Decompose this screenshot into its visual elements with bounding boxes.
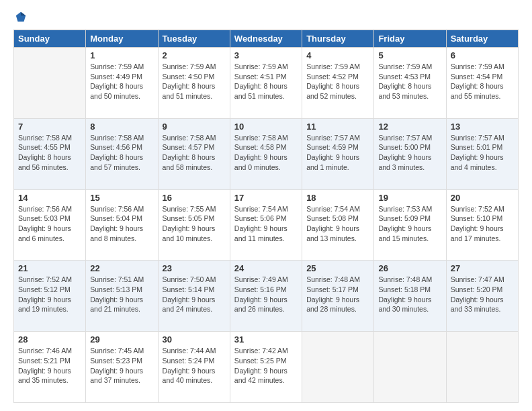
calendar-cell: 7Sunrise: 7:58 AMSunset: 4:55 PMDaylight… (14, 118, 86, 189)
day-number: 2 (163, 50, 226, 60)
calendar-cell: 20Sunrise: 7:52 AMSunset: 5:10 PMDayligh… (446, 189, 518, 261)
day-number: 22 (90, 263, 153, 273)
day-header-thursday: Thursday (302, 30, 374, 48)
day-number: 6 (451, 50, 514, 60)
cell-info: Sunrise: 7:59 AMSunset: 4:52 PMDaylight:… (306, 62, 369, 101)
day-number: 21 (18, 263, 81, 273)
calendar-cell: 2Sunrise: 7:59 AMSunset: 4:50 PMDaylight… (158, 48, 230, 119)
day-number: 30 (163, 334, 226, 345)
cell-info: Sunrise: 7:59 AMSunset: 4:54 PMDaylight:… (451, 62, 514, 101)
calendar-cell: 16Sunrise: 7:55 AMSunset: 5:05 PMDayligh… (158, 189, 230, 261)
cell-info: Sunrise: 7:58 AMSunset: 4:55 PMDaylight:… (18, 133, 81, 173)
cell-info: Sunrise: 7:58 AMSunset: 4:58 PMDaylight:… (234, 133, 298, 173)
calendar-cell (374, 332, 446, 403)
day-number: 8 (90, 122, 153, 132)
day-number: 10 (234, 122, 298, 132)
day-number: 15 (90, 193, 153, 203)
day-number: 25 (306, 263, 369, 273)
calendar-cell: 24Sunrise: 7:49 AMSunset: 5:16 PMDayligh… (230, 261, 302, 332)
calendar-cell: 5Sunrise: 7:59 AMSunset: 4:53 PMDaylight… (374, 48, 446, 119)
cell-info: Sunrise: 7:59 AMSunset: 4:51 PMDaylight:… (234, 62, 298, 101)
calendar-cell: 17Sunrise: 7:54 AMSunset: 5:06 PMDayligh… (230, 189, 302, 261)
calendar-cell: 11Sunrise: 7:57 AMSunset: 4:59 PMDayligh… (302, 118, 374, 189)
cell-info: Sunrise: 7:54 AMSunset: 5:08 PMDaylight:… (306, 204, 369, 244)
day-number: 17 (234, 193, 298, 203)
cell-info: Sunrise: 7:48 AMSunset: 5:18 PMDaylight:… (378, 275, 441, 314)
cell-info: Sunrise: 7:42 AMSunset: 5:25 PMDaylight:… (234, 346, 298, 385)
header (13, 11, 519, 23)
calendar-cell: 8Sunrise: 7:58 AMSunset: 4:56 PMDaylight… (86, 118, 158, 189)
cell-info: Sunrise: 7:46 AMSunset: 5:21 PMDaylight:… (18, 346, 81, 385)
day-header-tuesday: Tuesday (158, 30, 230, 48)
calendar-cell: 6Sunrise: 7:59 AMSunset: 4:54 PMDaylight… (446, 48, 518, 119)
cell-info: Sunrise: 7:44 AMSunset: 5:24 PMDaylight:… (163, 346, 226, 385)
day-number: 12 (378, 122, 441, 132)
cell-info: Sunrise: 7:52 AMSunset: 5:10 PMDaylight:… (451, 204, 514, 244)
cell-info: Sunrise: 7:59 AMSunset: 4:50 PMDaylight:… (163, 62, 226, 101)
day-number: 11 (306, 122, 369, 132)
day-number: 26 (378, 263, 441, 273)
day-number: 24 (234, 263, 298, 273)
cell-info: Sunrise: 7:50 AMSunset: 5:14 PMDaylight:… (163, 275, 226, 314)
calendar-cell: 4Sunrise: 7:59 AMSunset: 4:52 PMDaylight… (302, 48, 374, 119)
calendar-week-2: 7Sunrise: 7:58 AMSunset: 4:55 PMDaylight… (14, 118, 519, 189)
day-number: 31 (234, 334, 298, 345)
cell-info: Sunrise: 7:55 AMSunset: 5:05 PMDaylight:… (163, 204, 226, 244)
calendar-cell: 1Sunrise: 7:59 AMSunset: 4:49 PMDaylight… (86, 48, 158, 119)
calendar-cell: 10Sunrise: 7:58 AMSunset: 4:58 PMDayligh… (230, 118, 302, 189)
day-number: 16 (163, 193, 226, 203)
day-number: 5 (378, 50, 441, 60)
calendar-cell: 19Sunrise: 7:53 AMSunset: 5:09 PMDayligh… (374, 189, 446, 261)
page: SundayMondayTuesdayWednesdayThursdayFrid… (0, 0, 532, 411)
day-number: 4 (306, 50, 369, 60)
cell-info: Sunrise: 7:47 AMSunset: 5:20 PMDaylight:… (451, 275, 514, 314)
day-number: 20 (451, 193, 514, 203)
day-number: 3 (234, 50, 298, 60)
logo (13, 11, 27, 23)
cell-info: Sunrise: 7:57 AMSunset: 5:00 PMDaylight:… (378, 133, 441, 173)
day-header-friday: Friday (374, 30, 446, 48)
day-header-saturday: Saturday (446, 30, 518, 48)
calendar-cell: 31Sunrise: 7:42 AMSunset: 5:25 PMDayligh… (230, 332, 302, 403)
calendar-cell (14, 48, 86, 119)
cell-info: Sunrise: 7:51 AMSunset: 5:13 PMDaylight:… (90, 275, 153, 314)
day-number: 28 (18, 334, 81, 345)
calendar-cell: 25Sunrise: 7:48 AMSunset: 5:17 PMDayligh… (302, 261, 374, 332)
cell-info: Sunrise: 7:56 AMSunset: 5:03 PMDaylight:… (18, 204, 81, 244)
cell-info: Sunrise: 7:58 AMSunset: 4:56 PMDaylight:… (90, 133, 153, 173)
calendar-cell: 14Sunrise: 7:56 AMSunset: 5:03 PMDayligh… (14, 189, 86, 261)
calendar-cell (446, 332, 518, 403)
day-number: 14 (18, 193, 81, 203)
calendar-cell: 22Sunrise: 7:51 AMSunset: 5:13 PMDayligh… (86, 261, 158, 332)
calendar-cell: 30Sunrise: 7:44 AMSunset: 5:24 PMDayligh… (158, 332, 230, 403)
calendar-week-4: 21Sunrise: 7:52 AMSunset: 5:12 PMDayligh… (14, 261, 519, 332)
calendar-table: SundayMondayTuesdayWednesdayThursdayFrid… (13, 30, 519, 403)
day-number: 13 (451, 122, 514, 132)
calendar-week-3: 14Sunrise: 7:56 AMSunset: 5:03 PMDayligh… (14, 189, 519, 261)
calendar-cell: 13Sunrise: 7:57 AMSunset: 5:01 PMDayligh… (446, 118, 518, 189)
day-number: 27 (451, 263, 514, 273)
cell-info: Sunrise: 7:57 AMSunset: 5:01 PMDaylight:… (451, 133, 514, 173)
day-header-sunday: Sunday (14, 30, 86, 48)
cell-info: Sunrise: 7:56 AMSunset: 5:04 PMDaylight:… (90, 204, 153, 244)
calendar-cell: 27Sunrise: 7:47 AMSunset: 5:20 PMDayligh… (446, 261, 518, 332)
day-number: 29 (90, 334, 153, 345)
calendar-cell: 3Sunrise: 7:59 AMSunset: 4:51 PMDaylight… (230, 48, 302, 119)
cell-info: Sunrise: 7:57 AMSunset: 4:59 PMDaylight:… (306, 133, 369, 173)
calendar-week-5: 28Sunrise: 7:46 AMSunset: 5:21 PMDayligh… (14, 332, 519, 403)
cell-info: Sunrise: 7:54 AMSunset: 5:06 PMDaylight:… (234, 204, 298, 244)
day-number: 9 (163, 122, 226, 132)
cell-info: Sunrise: 7:58 AMSunset: 4:57 PMDaylight:… (163, 133, 226, 173)
day-header-monday: Monday (86, 30, 158, 48)
calendar-cell: 15Sunrise: 7:56 AMSunset: 5:04 PMDayligh… (86, 189, 158, 261)
calendar-cell: 21Sunrise: 7:52 AMSunset: 5:12 PMDayligh… (14, 261, 86, 332)
day-number: 18 (306, 193, 369, 203)
day-number: 1 (90, 50, 153, 60)
cell-info: Sunrise: 7:48 AMSunset: 5:17 PMDaylight:… (306, 275, 369, 314)
logo-icon (15, 11, 27, 23)
cell-info: Sunrise: 7:59 AMSunset: 4:53 PMDaylight:… (378, 62, 441, 101)
cell-info: Sunrise: 7:49 AMSunset: 5:16 PMDaylight:… (234, 275, 298, 314)
day-number: 19 (378, 193, 441, 203)
cell-info: Sunrise: 7:59 AMSunset: 4:49 PMDaylight:… (90, 62, 153, 101)
calendar-cell: 26Sunrise: 7:48 AMSunset: 5:18 PMDayligh… (374, 261, 446, 332)
